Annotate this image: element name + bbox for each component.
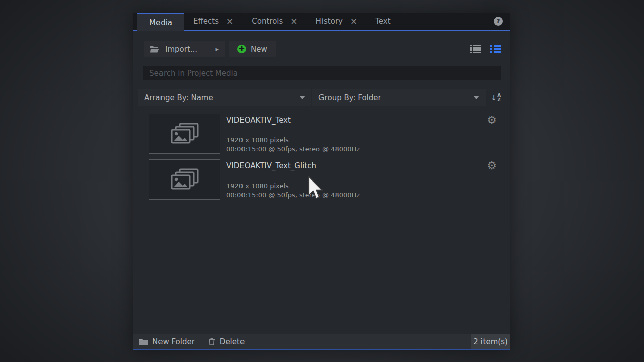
panel-accent-line <box>133 349 510 350</box>
close-icon[interactable]: × <box>290 17 297 26</box>
tab-media-label: Media <box>149 18 172 27</box>
list-view-icon[interactable] <box>470 45 481 53</box>
delete-label: Delete <box>220 337 245 346</box>
tab-history[interactable]: History × <box>307 13 367 30</box>
media-toolbar: Import... ▸ + New <box>133 31 510 57</box>
tab-history-label: History <box>316 17 343 26</box>
tab-controls-label: Controls <box>252 17 283 26</box>
media-item-name: VIDEOAKTIV_Text_Glitch <box>226 161 487 170</box>
folder-open-icon <box>150 46 159 53</box>
media-item-details: 00:00:15:00 @ 50fps, stereo @ 48000Hz <box>226 191 487 200</box>
import-button-label: Import... <box>165 45 197 54</box>
stacked-images-icon <box>170 123 199 145</box>
new-folder-button[interactable]: New Folder <box>139 337 195 346</box>
tab-effects[interactable]: Effects × <box>184 13 243 30</box>
media-item-meta: 1920 x 1080 pixels 00:00:15:00 @ 50fps, … <box>226 136 487 154</box>
media-item-resolution: 1920 x 1080 pixels <box>226 182 487 191</box>
media-item-resolution: 1920 x 1080 pixels <box>226 136 487 145</box>
panel-tab-bar: Media Effects × Controls × History × Tex… <box>133 13 510 31</box>
status-bar: New Folder Delete 2 item(s) <box>133 334 510 349</box>
mouse-cursor <box>307 176 325 203</box>
close-icon[interactable]: × <box>226 17 233 26</box>
filter-bar: Arrange By: Name Group By: Folder ↓ A Z <box>138 89 505 106</box>
tab-text[interactable]: Text <box>366 13 399 30</box>
media-item[interactable]: VIDEOAKTIV_Text 1920 x 1080 pixels 00:00… <box>149 109 501 155</box>
gear-icon[interactable]: ⚙ <box>487 115 497 126</box>
group-by-label: Group By: Folder <box>318 93 381 102</box>
media-item-details: 00:00:15:00 @ 50fps, stereo @ 48000Hz <box>226 145 487 154</box>
search-input[interactable] <box>143 66 501 80</box>
tab-text-label: Text <box>375 17 390 26</box>
new-folder-label: New Folder <box>152 337 195 346</box>
help-icon[interactable]: ? <box>494 17 503 26</box>
sort-az-icon: A Z <box>497 93 501 102</box>
import-button[interactable]: Import... ▸ <box>144 41 225 57</box>
tab-media[interactable]: Media <box>137 13 184 31</box>
arrange-by-label: Arrange By: Name <box>144 93 213 102</box>
folder-icon <box>139 338 148 345</box>
media-item-meta: 1920 x 1080 pixels 00:00:15:00 @ 50fps, … <box>226 182 487 200</box>
media-thumbnail[interactable] <box>149 114 220 154</box>
view-toggle-group <box>470 45 501 53</box>
gear-icon[interactable]: ⚙ <box>487 160 497 171</box>
group-by-dropdown[interactable]: Group By: Folder <box>312 89 486 106</box>
search-row <box>133 57 510 80</box>
stacked-images-icon <box>170 168 199 191</box>
trash-icon <box>208 338 215 345</box>
detail-view-icon[interactable] <box>490 45 501 53</box>
media-item-info: VIDEOAKTIV_Text 1920 x 1080 pixels 00:00… <box>226 114 487 154</box>
chevron-down-icon <box>473 96 479 99</box>
close-icon[interactable]: × <box>350 17 357 26</box>
delete-button[interactable]: Delete <box>208 337 245 346</box>
tab-controls[interactable]: Controls × <box>243 13 306 30</box>
chevron-down-icon <box>299 96 305 99</box>
sort-az-button[interactable]: ↓ A Z <box>487 89 505 106</box>
sort-arrow-icon: ↓ <box>491 93 497 102</box>
app-background: Media Effects × Controls × History × Tex… <box>0 0 644 362</box>
media-item[interactable]: VIDEOAKTIV_Text_Glitch 1920 x 1080 pixel… <box>149 155 501 201</box>
chevron-right-icon[interactable]: ▸ <box>215 45 219 53</box>
media-item-info: VIDEOAKTIV_Text_Glitch 1920 x 1080 pixel… <box>226 159 487 200</box>
new-button-label: New <box>251 45 267 54</box>
tab-effects-label: Effects <box>193 17 219 26</box>
media-thumbnail[interactable] <box>149 159 220 200</box>
media-list: VIDEOAKTIV_Text 1920 x 1080 pixels 00:00… <box>133 106 510 334</box>
media-item-name: VIDEOAKTIV_Text <box>226 116 487 125</box>
item-count-badge: 2 item(s) <box>471 334 510 349</box>
plus-circle-icon: + <box>237 45 246 53</box>
arrange-by-dropdown[interactable]: Arrange By: Name <box>138 89 311 106</box>
new-button[interactable]: + New <box>229 41 276 57</box>
